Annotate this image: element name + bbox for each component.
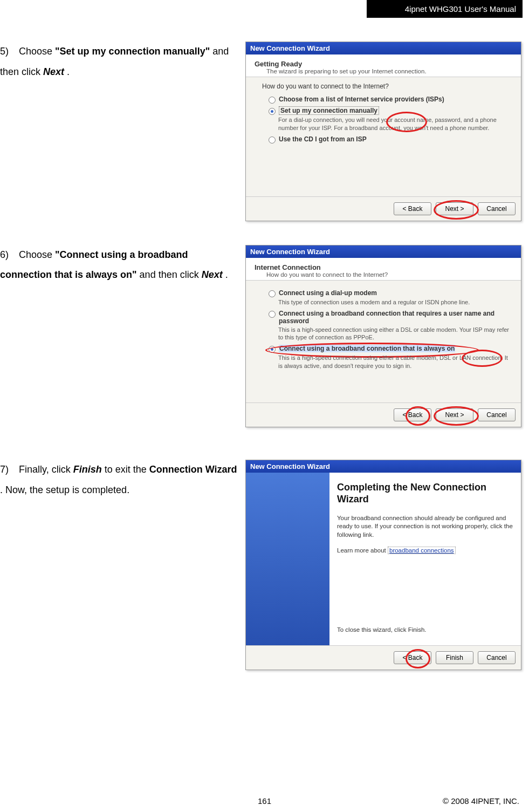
wizard2-subdesc: How do you want to connect to the Intern… — [255, 271, 514, 278]
wizard1-subtitle: Getting Ready — [255, 60, 514, 68]
step-7-text: 7) Finally, click Finish to exit the Con… — [0, 460, 245, 501]
doc-header: 4ipnet WHG301 User's Manual — [367, 0, 523, 18]
wizard-3: New Connection Wizard Completing the New… — [245, 460, 521, 670]
wizard-1: New Connection Wizard Getting Ready The … — [245, 42, 521, 221]
wizard3-p1: Your broadband connection should already… — [337, 514, 513, 540]
step-5-next: Next — [43, 66, 64, 77]
step-6-p2: and then click — [140, 269, 202, 280]
step-5-bold1: "Set up my connection manually" — [55, 46, 210, 57]
step-6-text: 6) Choose "Connect using a broadband con… — [0, 245, 245, 286]
radio-icon[interactable] — [269, 137, 276, 144]
step-7-p4: . Now, the setup is completed. — [0, 485, 129, 495]
step-5-text: 5) Choose "Set up my connection manually… — [0, 42, 245, 83]
step-6-num: 6) — [0, 245, 16, 265]
wizard2-opt1[interactable]: Connect using a dial-up modem — [279, 289, 377, 297]
wizard2-title: New Connection Wizard — [246, 245, 521, 258]
wizard3-title: New Connection Wizard — [246, 460, 521, 473]
wizard2-opt3-desc: This is a high-speed connection using ei… — [278, 354, 511, 370]
wizard1-question: How do you want to connect to the Intern… — [262, 83, 511, 90]
copyright: © 2008 4IPNET, INC. — [443, 796, 519, 806]
wizard2-opt2-desc: This is a high-speed connection using ei… — [278, 326, 511, 342]
back-button[interactable]: < Back — [394, 651, 431, 664]
step-5-p0: Choose — [19, 46, 55, 57]
cancel-button[interactable]: Cancel — [478, 651, 516, 664]
wizard2-opt3[interactable]: Connect using a broadband connection tha… — [279, 345, 455, 352]
back-button[interactable]: < Back — [394, 408, 431, 421]
radio-icon[interactable] — [269, 97, 276, 104]
step-7-finish: Finish — [73, 464, 102, 475]
broadband-link[interactable]: broadband connections — [388, 547, 456, 554]
step-7-p2: to exit the — [105, 464, 149, 475]
wizard3-close-text: To close this wizard, click Finish. — [337, 626, 513, 634]
wizard2-opt1-desc: This type of connection uses a modem and… — [278, 298, 511, 306]
next-button[interactable]: Next > — [436, 408, 473, 421]
wizard1-opt2-desc: For a dial-up connection, you will need … — [278, 116, 511, 132]
step-7-row: 7) Finally, click Finish to exit the Con… — [0, 460, 523, 670]
step-5-row: 5) Choose "Set up my connection manually… — [0, 42, 523, 221]
wizard1-opt3[interactable]: Use the CD I got from an ISP — [279, 135, 367, 143]
step-7-wizard: Connection Wizard — [149, 464, 237, 475]
cancel-button[interactable]: Cancel — [478, 408, 516, 421]
step-6-p4: . — [225, 269, 228, 280]
back-button[interactable]: < Back — [394, 202, 431, 215]
next-button[interactable]: Next > — [436, 202, 473, 215]
step-6-next: Next — [202, 269, 223, 280]
step-5-p4: . — [67, 66, 70, 77]
radio-icon-selected[interactable] — [269, 346, 276, 353]
step-6-p0: Choose — [19, 249, 55, 260]
cancel-button[interactable]: Cancel — [478, 202, 516, 215]
radio-icon-selected[interactable] — [269, 108, 276, 115]
step-6-row: 6) Choose "Connect using a broadband con… — [0, 245, 523, 427]
wizard1-opt2[interactable]: Set up my connection manually — [279, 107, 379, 114]
page-number: 161 — [258, 796, 271, 806]
wizard-2: New Connection Wizard Internet Connectio… — [245, 245, 521, 427]
step-7-p0: Finally, click — [19, 464, 73, 475]
wizard1-subdesc: The wizard is preparing to set up your I… — [255, 68, 514, 74]
step-7-num: 7) — [0, 460, 16, 480]
wizard3-link-label: Learn more about — [337, 547, 388, 554]
radio-icon[interactable] — [269, 311, 276, 318]
wizard3-sidebar — [246, 473, 329, 645]
wizard3-heading: Completing the New Connection Wizard — [337, 481, 513, 506]
wizard1-title: New Connection Wizard — [246, 42, 521, 54]
wizard3-link-row: Learn more about broadband connections — [337, 547, 513, 555]
step-5-num: 5) — [0, 42, 16, 62]
page-footer: 161 © 2008 4IPNET, INC. — [0, 796, 529, 812]
wizard2-opt2[interactable]: Connect using a broadband connection tha… — [279, 310, 511, 325]
wizard2-subtitle: Internet Connection — [255, 263, 514, 271]
wizard1-opt1[interactable]: Choose from a list of Internet service p… — [279, 95, 444, 103]
finish-button[interactable]: Finish — [436, 651, 473, 664]
radio-icon[interactable] — [269, 290, 276, 297]
